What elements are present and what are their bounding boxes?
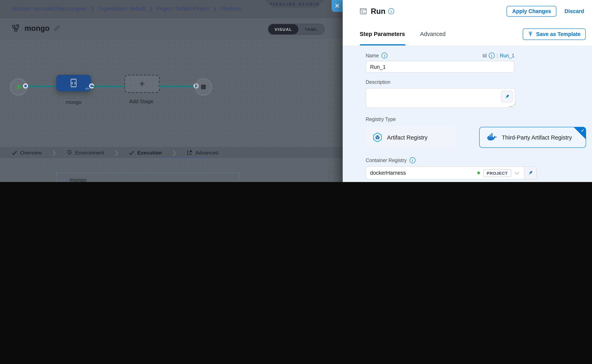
tab-advanced[interactable]: Advanced xyxy=(420,31,446,37)
step-parameters-form: Namei Id i : Run_1 Run_1 Description xyxy=(343,46,592,182)
tab-advanced[interactable]: Advanced xyxy=(187,150,218,156)
scope-badge: PROJECT xyxy=(483,169,511,177)
info-icon[interactable]: i xyxy=(382,52,388,58)
step-group-header[interactable]: – mongo xyxy=(62,177,87,182)
registry-option-third-party-selected[interactable]: Third-Party Artifact Registry ✓ xyxy=(479,127,586,148)
tab-step-parameters[interactable]: Step Parameters xyxy=(360,31,405,37)
registry-type-label: Registry Type xyxy=(366,117,592,122)
drawer-header: Run i Apply Changes Discard xyxy=(343,0,592,23)
connector xyxy=(25,86,57,87)
port xyxy=(23,83,28,89)
run-step-icon xyxy=(360,8,367,15)
upload-icon xyxy=(528,32,533,37)
edit-pencil-icon[interactable] xyxy=(54,25,60,32)
breadcrumb-item[interactable]: Account: kurosakiichigo.songoku xyxy=(12,6,87,12)
step-id-value[interactable]: Run_1 xyxy=(500,53,514,58)
save-as-template-button[interactable]: Save as Template xyxy=(523,28,586,40)
connector xyxy=(158,86,194,87)
check-icon: ✓ xyxy=(581,128,585,133)
active-tab-underline xyxy=(360,44,406,46)
pipeline-studio-dimmed-area: Account: kurosakiichigo.songoku❯Organiza… xyxy=(0,0,343,182)
pipeline-name: mongo xyxy=(25,24,50,33)
breadcrumb-separator: ❯ xyxy=(213,6,217,11)
name-label: Namei xyxy=(366,52,388,58)
step-id: Id i : Run_1 xyxy=(482,52,514,58)
pipeline-studio-screen: Account: kurosakiichigo.songoku❯Organiza… xyxy=(0,0,592,182)
breadcrumb-item[interactable]: Project: Default Project xyxy=(156,6,209,12)
pipeline-title-group: mongo xyxy=(12,24,60,33)
tab-overview[interactable]: Overview xyxy=(12,150,41,156)
tab-environment[interactable]: Environment xyxy=(67,150,104,156)
stage-label: mongo xyxy=(56,99,91,105)
description-textarea[interactable] xyxy=(366,88,515,108)
container-registry-value: dockerHarness xyxy=(370,170,474,176)
add-stage-label: Add Stage xyxy=(119,98,164,104)
connector xyxy=(92,86,124,87)
pipeline-end-node xyxy=(195,78,212,96)
add-stage-button[interactable]: + xyxy=(124,75,160,93)
play-icon xyxy=(17,84,22,90)
close-drawer-button[interactable]: ✕ xyxy=(332,0,343,12)
description-label: Description xyxy=(366,79,592,85)
breadcrumb-separator: ❯ xyxy=(149,6,153,11)
drawer-tabs: Step Parameters Advanced Save as Templat… xyxy=(343,23,592,46)
code-badge: </> xyxy=(85,87,89,91)
breadcrumb-item[interactable]: Organization: default xyxy=(98,6,145,12)
visual-yaml-toggle[interactable]: VISUAL YAML xyxy=(268,24,324,35)
step-group-label: mongo xyxy=(70,177,87,182)
toggle-yaml[interactable]: YAML xyxy=(298,24,324,34)
info-icon[interactable]: i xyxy=(409,157,415,163)
info-icon[interactable]: i xyxy=(388,8,394,14)
breadcrumb-item[interactable]: Pipelines xyxy=(220,6,241,12)
tab-execution[interactable]: Execution xyxy=(129,150,162,156)
toggle-visual[interactable]: VISUAL xyxy=(268,24,298,34)
name-input[interactable]: Run_1 xyxy=(366,61,514,73)
pushpin-icon xyxy=(528,170,533,176)
execution-graph-canvas: – mongo </> xyxy=(0,158,343,182)
info-icon[interactable]: i xyxy=(489,52,494,58)
stage-tabs: Overview ❯ Environment ❯ Execution ❯ Adv… xyxy=(0,147,343,158)
stage-node-mongo[interactable]: </> xyxy=(56,75,91,91)
breadcrumb-separator: ❯ xyxy=(90,6,94,11)
collapse-icon[interactable]: – xyxy=(62,178,66,182)
stage-graph-canvas: </> + mongo Add Stage xyxy=(0,39,343,147)
container-registry-select[interactable]: dockerHarness PROJECT xyxy=(366,166,537,179)
apply-changes-button[interactable]: Apply Changes xyxy=(506,6,557,17)
discard-button[interactable]: Discard xyxy=(565,8,584,14)
tab-separator: ❯ xyxy=(114,150,119,156)
pipeline-graph-icon xyxy=(12,24,20,33)
stop-icon xyxy=(201,84,206,89)
registry-option-artifact-registry[interactable]: Artifact Registry xyxy=(366,127,455,148)
pushpin-icon xyxy=(504,94,510,99)
pipeline-toolbar: mongo VISUAL YAML xyxy=(0,18,343,39)
tab-separator: ❯ xyxy=(172,150,176,156)
pipeline-studio-badge: PIPELINE STUDIO xyxy=(265,0,324,8)
tab-separator: ❯ xyxy=(52,150,56,156)
container-registry-label: Container Registryi xyxy=(366,157,592,163)
step-config-drawer: Run i Apply Changes Discard Step Paramet… xyxy=(343,0,592,182)
pin-input-type-button[interactable] xyxy=(524,167,536,179)
resize-handle[interactable] xyxy=(509,103,516,107)
connector-status-dot xyxy=(477,171,480,174)
breadcrumb: Account: kurosakiichigo.songoku❯Organiza… xyxy=(12,6,241,12)
drawer-title: Run xyxy=(371,7,385,16)
pin-input-type-button[interactable] xyxy=(501,91,513,102)
chevron-down-icon[interactable] xyxy=(515,170,519,175)
docker-icon xyxy=(487,133,497,142)
artifact-registry-icon xyxy=(373,132,382,143)
